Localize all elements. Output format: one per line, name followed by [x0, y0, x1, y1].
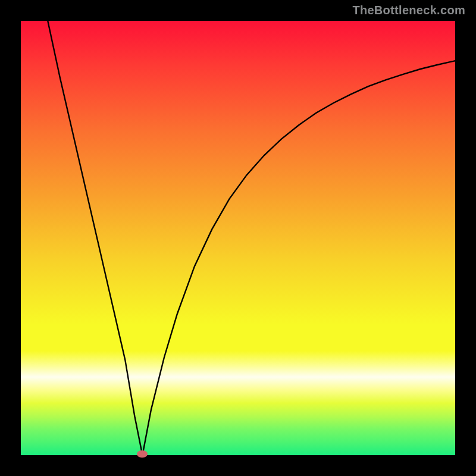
curve-layer	[21, 21, 455, 455]
bottleneck-curve	[48, 21, 455, 455]
minimum-marker	[137, 450, 148, 458]
chart-stage: TheBottleneck.com	[0, 0, 476, 476]
watermark-text: TheBottleneck.com	[352, 4, 465, 17]
